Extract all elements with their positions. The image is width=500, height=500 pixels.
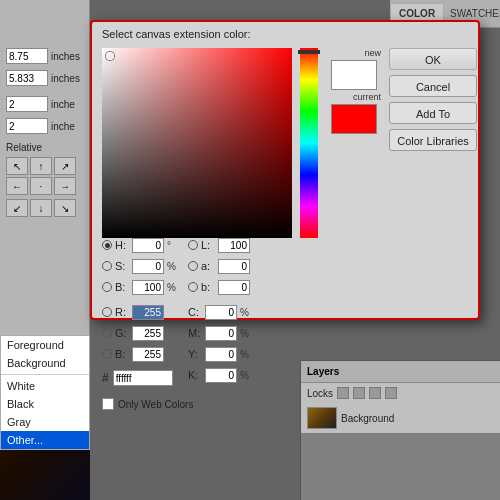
b3-radio[interactable] xyxy=(188,282,198,292)
width-unit: inches xyxy=(51,51,80,62)
g-label: G: xyxy=(115,327,129,339)
m-unit: % xyxy=(240,328,249,339)
k-unit: % xyxy=(240,370,249,381)
c-unit: % xyxy=(240,307,249,318)
relative-label: Relative xyxy=(6,142,83,153)
ok-button[interactable]: OK xyxy=(389,48,477,70)
k-input[interactable] xyxy=(205,368,237,383)
b-unit: % xyxy=(167,282,176,293)
c-input[interactable] xyxy=(205,305,237,320)
b3-label: b: xyxy=(201,281,215,293)
b-label: B: xyxy=(115,281,129,293)
g-radio[interactable] xyxy=(102,328,112,338)
color-libraries-button[interactable]: Color Libraries xyxy=(389,129,477,151)
color-picker-dialog: Select canvas extension color: new curre… xyxy=(90,20,480,320)
offset-y-row: inche xyxy=(6,118,83,134)
y-unit: % xyxy=(240,349,249,360)
b3-input[interactable] xyxy=(218,280,250,295)
color-swatch-current[interactable] xyxy=(331,104,377,134)
arrow-down[interactable]: ↓ xyxy=(30,199,52,217)
hex-row: # xyxy=(102,370,182,386)
hsb-values: H: ° S: % B: % R: xyxy=(102,236,182,386)
dropdown-gray[interactable]: Gray xyxy=(1,413,89,431)
width-row: inches xyxy=(6,48,83,64)
arrow-center[interactable]: · xyxy=(30,177,52,195)
k-label: K: xyxy=(188,369,202,381)
b2-input[interactable] xyxy=(132,347,164,362)
dialog-buttons: OK Cancel Add To Swatche... Color Librar… xyxy=(389,48,479,151)
dropdown-white[interactable]: White xyxy=(1,377,89,395)
s-radio[interactable] xyxy=(102,261,112,271)
l-radio[interactable] xyxy=(188,240,198,250)
a-radio[interactable] xyxy=(188,261,198,271)
dialog-title: Select canvas extension color: xyxy=(92,22,478,44)
gradient-cursor xyxy=(106,52,114,60)
r-input[interactable] xyxy=(132,305,164,320)
lab-cmyk-values: L: a: b: C: % xyxy=(188,236,258,386)
layer-name: Background xyxy=(341,413,394,424)
cancel-button[interactable]: Cancel xyxy=(389,75,477,97)
dropdown-menu: Foreground Background White Black Gray O… xyxy=(0,335,90,450)
m-label: M: xyxy=(188,327,202,339)
arrow-up-right[interactable]: ↗ xyxy=(54,157,76,175)
color-gradient-box[interactable] xyxy=(102,48,292,238)
current-label: current xyxy=(326,92,381,102)
arrow-up[interactable]: ↑ xyxy=(30,157,52,175)
arrow-left[interactable]: ← xyxy=(6,177,28,195)
b2-radio[interactable] xyxy=(102,349,112,359)
y-input[interactable] xyxy=(205,347,237,362)
height-input[interactable] xyxy=(6,70,48,86)
dropdown-background[interactable]: Background xyxy=(1,354,89,372)
m-input[interactable] xyxy=(205,326,237,341)
offset-x-unit: inche xyxy=(51,99,75,110)
l-input[interactable] xyxy=(218,238,250,253)
dropdown-black[interactable]: Black xyxy=(1,395,89,413)
dialog-body: new current OK Cancel Add To Swatche... … xyxy=(92,44,478,242)
hue-slider xyxy=(300,48,318,238)
g-input[interactable] xyxy=(132,326,164,341)
new-label: new xyxy=(326,48,381,58)
offset-x-row: inche xyxy=(6,96,83,112)
b-radio[interactable] xyxy=(102,282,112,292)
offset-x-input[interactable] xyxy=(6,96,48,112)
arrow-down-left[interactable]: ↙ xyxy=(6,199,28,217)
h-unit: ° xyxy=(167,240,171,251)
a-label: a: xyxy=(201,260,215,272)
offset-y-input[interactable] xyxy=(6,118,48,134)
arrow-grid: ↖ ↑ ↗ ← · → xyxy=(6,157,83,195)
add-swatches-button[interactable]: Add To Swatche... xyxy=(389,102,477,124)
web-colors-checkbox[interactable] xyxy=(102,398,114,410)
h-input[interactable] xyxy=(132,238,164,253)
gradient-dark xyxy=(102,48,292,238)
height-unit: inches xyxy=(51,73,80,84)
arrow-up-left[interactable]: ↖ xyxy=(6,157,28,175)
hex-input[interactable] xyxy=(113,370,173,386)
dropdown-other[interactable]: Other... xyxy=(1,431,89,449)
b2-label: B: xyxy=(115,348,129,360)
c-label: C: xyxy=(188,306,202,318)
arrow-right[interactable]: → xyxy=(54,177,76,195)
hex-label: # xyxy=(102,371,109,385)
width-input[interactable] xyxy=(6,48,48,64)
height-row: inches xyxy=(6,70,83,86)
a-input[interactable] xyxy=(218,259,250,274)
r-label: R: xyxy=(115,306,129,318)
b-input[interactable] xyxy=(132,280,164,295)
dropdown-divider xyxy=(1,374,89,375)
s-label: S: xyxy=(115,260,129,272)
y-label: Y: xyxy=(188,348,202,360)
s-unit: % xyxy=(167,261,176,272)
color-swatch-new xyxy=(331,60,377,90)
color-preview-area: new current xyxy=(326,48,381,238)
hue-slider-container[interactable] xyxy=(300,48,318,238)
arrow-down-right[interactable]: ↘ xyxy=(54,199,76,217)
h-radio[interactable] xyxy=(102,240,112,250)
l-label: L: xyxy=(201,239,215,251)
web-colors-label: Only Web Colors xyxy=(118,399,193,410)
dropdown-foreground[interactable]: Foreground xyxy=(1,336,89,354)
h-label: H: xyxy=(115,239,129,251)
offset-y-unit: inche xyxy=(51,121,75,132)
s-input[interactable] xyxy=(132,259,164,274)
r-radio[interactable] xyxy=(102,307,112,317)
